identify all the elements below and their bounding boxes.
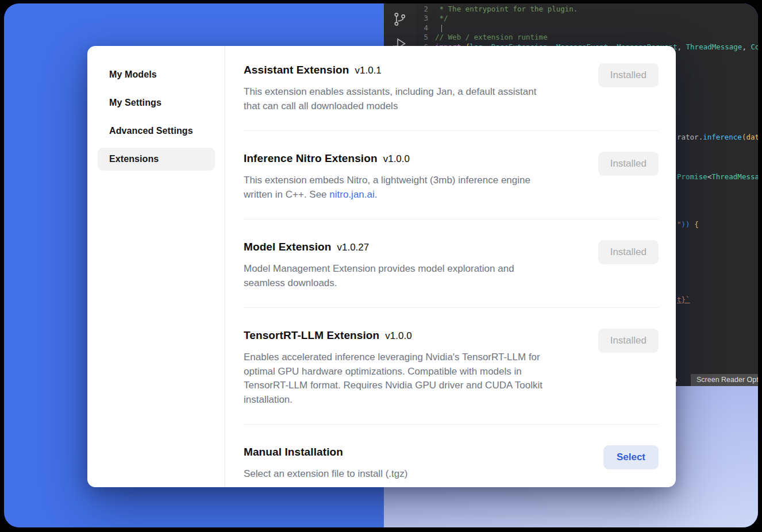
code-token: " [677, 220, 682, 229]
extension-version: v1.0.0 [383, 153, 410, 164]
extension-name: Manual Installation [244, 446, 343, 458]
text-cursor [441, 25, 442, 32]
line-number: 5 [415, 33, 428, 42]
editor-line-5: 5// Web / extension runtime [415, 33, 758, 43]
extension-name: Model Extension [244, 241, 331, 253]
code-token: , [678, 43, 686, 51]
settings-panel: My ModelsMy SettingsAdvanced SettingsExt… [87, 46, 676, 487]
installed-button[interactable]: Installed [598, 329, 659, 353]
code-token: , [742, 43, 751, 51]
code-token: * The entrypoint for the plugin. [435, 5, 578, 13]
code-fragment: rator.inference(data)); [677, 133, 758, 142]
extension-row-model-extension: Model Extensionv1.0.27Model Management E… [244, 219, 659, 307]
code-token: ThreadMessage [686, 43, 742, 51]
code-token: ThreadMessage [711, 172, 758, 181]
extension-description: Enables accelerated inference leveraging… [244, 350, 542, 407]
extension-info: Inference Nitro Extensionv1.0.0This exte… [244, 152, 530, 202]
extension-info: Assistant Extensionv1.0.1This extension … [244, 63, 536, 113]
code-token: t}` [677, 295, 690, 304]
line-number: 4 [415, 24, 428, 33]
code-token: (data) [742, 133, 758, 141]
line-number: 2 [415, 5, 428, 14]
code-token: rator. [677, 133, 703, 141]
code-token: // Web / extension runtime [435, 33, 548, 41]
code-fragment: Promise<ThreadMessage> [677, 172, 758, 182]
sidebar-item-my-settings[interactable]: My Settings [98, 91, 215, 114]
screen-reader-status-item: Screen Reader Optimized [691, 374, 758, 386]
code-token: )) [682, 220, 690, 229]
extension-description: Model Management Extension provides mode… [244, 262, 514, 290]
extension-version: v1.0.1 [355, 65, 382, 76]
extension-name: Inference Nitro Extension [244, 152, 378, 164]
extension-row-tensortrt-llm-extension: TensortRT-LLM Extensionv1.0.0Enables acc… [244, 307, 659, 424]
select-file-button[interactable]: Select [603, 445, 659, 469]
editor-line-4: 4 [415, 24, 758, 33]
sidebar-item-my-models[interactable]: My Models [98, 63, 215, 86]
installed-button[interactable]: Installed [598, 63, 659, 87]
sidebar-item-advanced-settings[interactable]: Advanced Settings [98, 119, 215, 142]
extension-row-inference-nitro-extension: Inference Nitro Extensionv1.0.0This exte… [244, 130, 659, 219]
extension-description: Select an extension file to install (.tg… [244, 467, 407, 481]
code-token [690, 220, 695, 229]
extension-name: TensortRT-LLM Extension [244, 329, 379, 341]
nitro-jan-ai-link[interactable]: nitro.jan.ai. [329, 189, 377, 200]
manual-installation-row: Manual InstallationSelect an extension f… [244, 424, 659, 487]
installed-button[interactable]: Installed [598, 152, 659, 176]
code-token: */ [435, 14, 448, 22]
backdrop: 2 * The entrypoint for the plugin.3 */45… [4, 3, 758, 527]
code-token: Promise [677, 172, 707, 181]
code-fragment: ")) { [677, 220, 699, 229]
extension-version: v1.0.0 [385, 330, 411, 341]
code-token: { [694, 220, 699, 229]
source-control-icon [392, 11, 407, 27]
code-token: ContentType [751, 43, 758, 51]
settings-sidebar: My ModelsMy SettingsAdvanced SettingsExt… [87, 46, 225, 487]
extension-description: This extension enables assistants, inclu… [244, 85, 536, 113]
sidebar-item-extensions[interactable]: Extensions [98, 148, 215, 171]
code-fragment: t}` [677, 295, 690, 304]
extension-info: Manual InstallationSelect an extension f… [244, 445, 407, 481]
extension-row-assistant-extension: Assistant Extensionv1.0.1This extension … [244, 46, 659, 130]
extension-name: Assistant Extension [244, 64, 349, 76]
extension-info: Model Extensionv1.0.27Model Management E… [244, 240, 514, 290]
line-number: 3 [415, 14, 428, 23]
code-token: inference [703, 133, 742, 141]
extension-description: This extension embeds Nitro, a lightweig… [244, 174, 530, 202]
editor-line-2: 2 * The entrypoint for the plugin. [415, 5, 758, 14]
editor-line-3: 3 */ [415, 14, 758, 24]
extension-info: TensortRT-LLM Extensionv1.0.0Enables acc… [244, 329, 542, 407]
extension-version: v1.0.27 [337, 242, 369, 253]
installed-button[interactable]: Installed [598, 240, 659, 264]
extensions-list: Assistant Extensionv1.0.1This extension … [225, 46, 676, 487]
